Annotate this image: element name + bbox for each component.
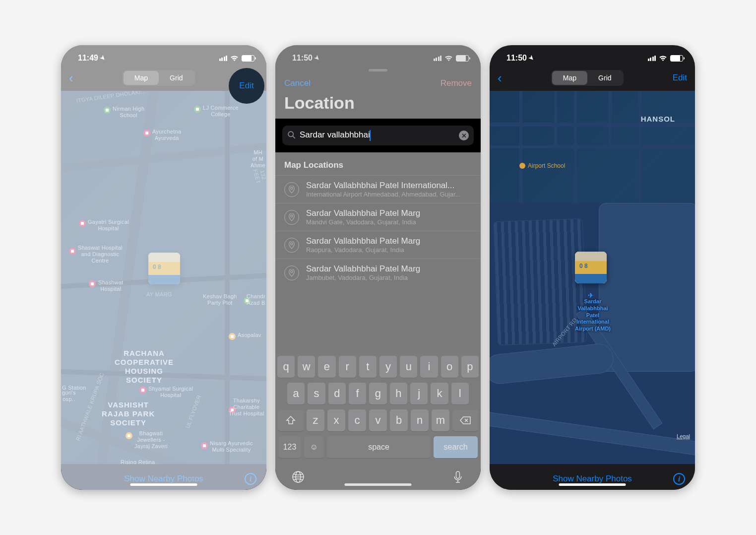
status-time: 11:50 — [506, 54, 527, 63]
key-o[interactable]: o — [441, 356, 458, 378]
key-j[interactable]: j — [410, 383, 428, 404]
keyboard[interactable]: qwertyuiop asdfghjkl zxcvbnm 123 ☺ space… — [275, 353, 481, 490]
poi-icon — [126, 432, 132, 439]
key-c[interactable]: c — [348, 409, 366, 431]
back-button[interactable]: ‹ — [69, 70, 73, 86]
cellular-icon — [648, 55, 656, 61]
key-a[interactable]: a — [287, 383, 305, 404]
map-pin-icon — [284, 238, 299, 253]
key-n[interactable]: n — [411, 409, 429, 431]
numbers-key[interactable]: 123 — [278, 436, 301, 458]
map-label: Chandr Azad B — [247, 293, 265, 306]
key-w[interactable]: w — [298, 356, 315, 378]
map-grid-segment[interactable]: Map Grid — [123, 70, 195, 86]
search-field[interactable]: Sardar vallabhbhai ✕ — [282, 126, 474, 145]
key-v[interactable]: v — [369, 409, 387, 431]
clear-search-icon[interactable]: ✕ — [459, 131, 469, 140]
cancel-button[interactable]: Cancel — [284, 78, 311, 88]
map-canvas[interactable]: HANSOL Airport School AIRPORT RD ✈ Sarda… — [490, 91, 695, 464]
home-indicator[interactable] — [559, 483, 626, 486]
photo-pin[interactable] — [575, 252, 607, 283]
shift-key[interactable] — [278, 409, 304, 431]
result-item[interactable]: Sardar Vallabhbhai Patel International..… — [275, 175, 481, 203]
result-title: Sardar Vallabhbhai Patel Marg — [306, 208, 420, 218]
show-nearby-button[interactable]: Show Nearby Photos — [83, 474, 245, 484]
poi-airport-school: Airport School — [519, 162, 565, 169]
result-item[interactable]: Sardar Vallabhbhai Patel MargJambubet, V… — [275, 259, 481, 286]
show-nearby-button[interactable]: Show Nearby Photos — [511, 474, 673, 484]
key-z[interactable]: z — [307, 409, 324, 431]
key-r[interactable]: r — [339, 356, 356, 378]
key-q[interactable]: q — [277, 356, 295, 378]
map-label: HANSOL — [641, 115, 675, 124]
result-subtitle: International Airport Ahmedabad, Ahmedab… — [306, 191, 461, 198]
cellular-icon — [219, 55, 228, 61]
map-label: AY MARG — [146, 291, 172, 298]
edit-button[interactable]: Edit — [673, 73, 687, 83]
search-icon — [287, 131, 296, 141]
key-s[interactable]: s — [308, 383, 325, 404]
location-services-icon: ➤ — [313, 54, 321, 63]
key-b[interactable]: b — [390, 409, 408, 431]
key-m[interactable]: m — [432, 409, 449, 431]
result-subtitle: Mandvi Gate, Vadodara, Gujarat, India — [306, 218, 420, 226]
map-canvas[interactable]: ITGYA DILEEP DHOLAKI... Nirman High Scho… — [61, 91, 266, 464]
key-p[interactable]: p — [461, 356, 479, 378]
segment-map[interactable]: Map — [552, 71, 587, 85]
key-u[interactable]: u — [400, 356, 417, 378]
segment-grid[interactable]: Grid — [587, 71, 622, 85]
results-header: Map Locations — [275, 152, 481, 175]
segment-grid[interactable]: Grid — [159, 71, 193, 85]
poi-icon — [79, 220, 86, 227]
results-list: Sardar Vallabhbhai Patel International..… — [275, 175, 481, 286]
key-d[interactable]: d — [328, 383, 346, 404]
key-h[interactable]: h — [390, 383, 407, 404]
wifi-icon — [230, 55, 239, 62]
map-label: Keshav Bagh Party Plot — [203, 293, 237, 306]
globe-icon[interactable] — [291, 470, 305, 486]
key-f[interactable]: f — [349, 383, 366, 404]
search-key[interactable]: search — [434, 436, 478, 458]
map-label: Shaswat Hospital and Diagnostic Centre — [78, 245, 123, 265]
key-x[interactable]: x — [327, 409, 345, 431]
location-services-icon: ➤ — [527, 54, 535, 63]
key-i[interactable]: i — [420, 356, 438, 378]
key-e[interactable]: e — [318, 356, 335, 378]
key-y[interactable]: y — [379, 356, 397, 378]
legal-link[interactable]: Legal — [677, 433, 690, 439]
map-grid-segment[interactable]: Map Grid — [551, 70, 624, 86]
info-button[interactable]: i — [245, 473, 256, 485]
key-k[interactable]: k — [431, 383, 448, 404]
photo-pin[interactable] — [148, 253, 180, 284]
space-key[interactable]: space — [327, 436, 431, 458]
dictation-icon[interactable] — [451, 470, 465, 486]
remove-button[interactable]: Remove — [441, 78, 472, 88]
map-label: Nirman High School — [113, 106, 144, 119]
edit-highlight[interactable]: Edit — [229, 68, 264, 104]
key-g[interactable]: g — [369, 383, 386, 404]
airport-label: Sardar Vallabhbhai Patel International A… — [568, 298, 618, 333]
info-button[interactable]: i — [673, 473, 685, 485]
home-indicator[interactable] — [345, 483, 412, 486]
segment-map[interactable]: Map — [124, 71, 159, 85]
poi-icon — [89, 280, 96, 287]
home-indicator[interactable] — [130, 483, 197, 486]
key-t[interactable]: t — [359, 356, 377, 378]
emoji-key[interactable]: ☺ — [304, 436, 324, 458]
result-item[interactable]: Sardar Vallabhbhai Patel MargMandvi Gate… — [275, 203, 481, 231]
screen-2-search: 11:50 ➤ Cancel Remove Location Sardar va… — [275, 45, 481, 490]
location-services-icon: ➤ — [98, 54, 107, 63]
backspace-key[interactable] — [452, 409, 478, 431]
result-title: Sardar Vallabhbhai Patel Marg — [306, 264, 420, 274]
battery-icon — [456, 55, 469, 62]
poi-icon — [104, 107, 111, 114]
key-l[interactable]: l — [451, 383, 469, 404]
map-label: Bhagwati Jewellers - Jayraj Zaveri — [134, 430, 168, 450]
map-label: UL FLYOVER — [185, 394, 202, 429]
back-button[interactable]: ‹ — [498, 70, 502, 86]
map-label: Nisarg Ayurvedic Multi Speciality — [210, 440, 253, 453]
map-label: RACHANA COOPERATIVE HOUSING SOCIETY — [115, 349, 174, 385]
map-label: VASHISHT RAJAB PARK SOCIETY — [102, 401, 155, 427]
photo-thumbnail — [148, 253, 180, 284]
result-item[interactable]: Sardar Vallabhbhai Patel MargRaopura, Va… — [275, 231, 481, 259]
